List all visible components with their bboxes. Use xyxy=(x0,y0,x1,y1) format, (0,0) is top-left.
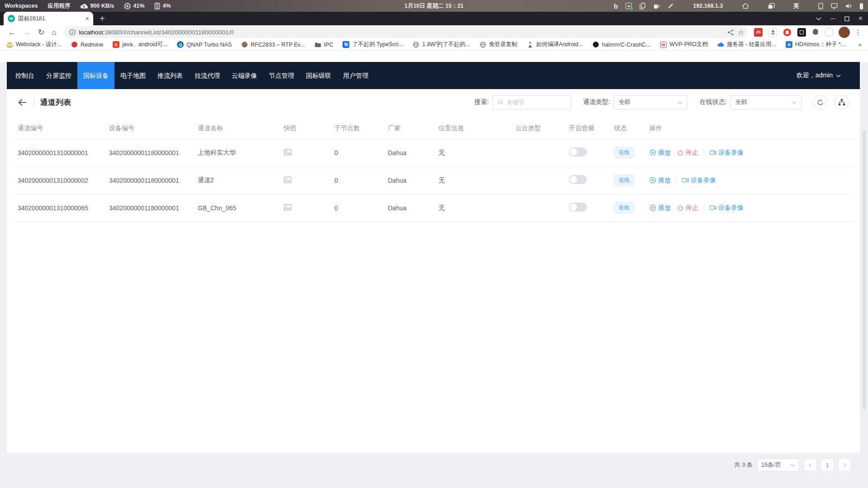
extensions-puzzle-icon[interactable] xyxy=(812,28,819,36)
channel-table-body: 3402000000131000000134020000001180000001… xyxy=(13,139,854,222)
browser-menu-icon[interactable]: ⋮ xyxy=(854,28,862,37)
snapshot-image-icon[interactable] xyxy=(284,176,291,183)
nav-item[interactable]: 拉流代理 xyxy=(189,62,226,89)
bookmark-item[interactable]: WWVP-PRO文档 xyxy=(660,41,708,48)
address-bar[interactable]: localhost:38080/#/channelList/3402000000… xyxy=(64,26,748,38)
bookmark-item[interactable]: hairrrrr/C-CrashC... xyxy=(592,41,650,48)
bookmark-item[interactable]: IPC xyxy=(315,41,334,48)
reload-icon[interactable]: ↻ xyxy=(38,28,44,36)
nav-item[interactable]: 分屏监控 xyxy=(40,62,77,89)
bookmark-item[interactable]: 服务器 - 轻量应用... xyxy=(717,41,776,48)
bookmark-item[interactable]: 1.8W字|了不起的... xyxy=(413,41,470,48)
tab-search-chevron-icon[interactable] xyxy=(816,17,821,20)
current-page-button[interactable]: 1 xyxy=(821,459,834,471)
new-tab-button[interactable]: + xyxy=(100,14,105,24)
network-speed-indicator[interactable]: 900 KB/s xyxy=(80,3,114,9)
prev-page-button[interactable] xyxy=(804,459,816,471)
share-icon[interactable] xyxy=(727,29,734,36)
volume-icon[interactable] xyxy=(845,3,852,9)
play-action-button[interactable]: 播放 xyxy=(649,176,671,185)
ip-address-indicator[interactable]: 192.168.1.3 xyxy=(693,3,723,9)
window-maximize-button[interactable] xyxy=(844,16,849,21)
memory-usage-indicator[interactable]: 4% xyxy=(154,3,171,9)
nav-item[interactable]: 用户管理 xyxy=(337,62,374,89)
stop-action-button[interactable]: 停止 xyxy=(677,149,698,157)
cpu-usage-indicator[interactable]: 41% xyxy=(124,3,144,9)
js-extension-icon[interactable]: JS xyxy=(754,28,763,37)
nav-item[interactable]: 国标级联 xyxy=(300,62,337,89)
device-tree-button[interactable] xyxy=(834,95,849,110)
forward-icon[interactable]: → xyxy=(23,28,31,36)
site-info-icon[interactable] xyxy=(69,29,76,35)
refresh-button[interactable] xyxy=(813,95,828,110)
play-action-button[interactable]: 播放 xyxy=(649,204,671,212)
clock[interactable]: 1月10日 星期二 15：21 xyxy=(405,2,464,10)
stop-action-button[interactable]: 停止 xyxy=(677,204,698,212)
bookmark-item[interactable]: 如何编译Android... xyxy=(527,41,583,48)
online-status-select[interactable]: 全部 xyxy=(730,95,802,109)
window-close-button[interactable]: × xyxy=(858,15,863,22)
profile-avatar[interactable] xyxy=(839,27,850,38)
snapshot-image-icon[interactable] xyxy=(284,149,291,156)
bookmark-item[interactable]: QQNAP Turbo NAS xyxy=(177,41,232,48)
bookmark-item[interactable]: Webstack - 设计... xyxy=(6,41,62,48)
tablet-icon[interactable] xyxy=(818,3,823,9)
applications-button[interactable]: 应用程序 xyxy=(48,2,70,10)
qnap-icon: Q xyxy=(177,41,184,48)
tab-close-icon[interactable]: × xyxy=(86,15,89,22)
next-page-button[interactable] xyxy=(838,459,851,471)
toggle-knob xyxy=(570,148,577,156)
bing-tray-icon[interactable]: b xyxy=(614,3,618,9)
language-indicator[interactable]: 英 xyxy=(794,2,800,10)
display-icon[interactable] xyxy=(831,3,838,9)
snapshot-image-icon[interactable] xyxy=(284,204,291,211)
battery-icon[interactable] xyxy=(859,3,863,9)
nav-item[interactable]: 国标设备 xyxy=(77,62,114,89)
record-action-button[interactable]: 设备录像 xyxy=(710,204,744,212)
adblock-extension-icon[interactable] xyxy=(783,28,792,37)
bookmark-item[interactable]: RFC2833 – RTP Ev... xyxy=(241,41,305,48)
bookmark-item[interactable]: Redmine xyxy=(71,41,103,48)
color-picker-icon[interactable] xyxy=(668,3,674,9)
manufacturer-cell: Dahua xyxy=(383,166,434,194)
nav-item[interactable]: 云端录像 xyxy=(226,62,263,89)
bookmark-item[interactable]: 免登录复制 xyxy=(479,41,517,48)
bookmark-label: WVP-PRO文档 xyxy=(669,41,708,48)
bookmark-item[interactable]: 知了不起的 TypeScri... xyxy=(343,41,403,48)
screenshot-tool-icon[interactable]: A xyxy=(625,3,632,9)
record-action-button[interactable]: 设备录像 xyxy=(682,176,716,185)
home-icon[interactable] xyxy=(742,3,749,9)
clipboard-icon[interactable] xyxy=(639,3,645,9)
browser-tab[interactable]: 国标28181 × xyxy=(4,12,93,25)
channel-type-select[interactable]: 全部 xyxy=(614,95,688,109)
cpu-icon xyxy=(124,3,131,9)
record-action-button[interactable]: 设备录像 xyxy=(710,149,744,157)
browser-home-icon[interactable]: ⌂ xyxy=(52,28,56,36)
bookmark-item[interactable]: NHDAtmos :: 种子 *... xyxy=(786,41,845,48)
audio-toggle[interactable] xyxy=(569,203,587,212)
scrollbar-thumb[interactable] xyxy=(863,131,866,409)
dark-square-extension-icon[interactable] xyxy=(797,28,806,37)
bookmarks-overflow-chevron-icon[interactable]: » xyxy=(858,41,862,48)
bookmark-item[interactable]: Cjava、android可... xyxy=(113,41,167,48)
audio-toggle[interactable] xyxy=(569,147,587,156)
back-icon[interactable]: ← xyxy=(8,28,16,36)
page-back-icon[interactable] xyxy=(18,99,27,106)
search-input[interactable] xyxy=(506,99,566,106)
downloader-extension-icon[interactable] xyxy=(768,28,777,37)
globe-icon xyxy=(479,41,486,48)
workspaces-overview-icon[interactable] xyxy=(768,3,775,9)
bookmark-star-icon[interactable]: ☆ xyxy=(738,28,744,37)
nav-item[interactable]: 节点管理 xyxy=(263,62,300,89)
window-minimize-button[interactable] xyxy=(830,19,835,19)
audio-toggle[interactable] xyxy=(569,175,587,184)
nav-item[interactable]: 电子地图 xyxy=(114,62,152,89)
light-square-extension-icon[interactable] xyxy=(825,28,833,36)
page-size-select[interactable]: 15条/页 xyxy=(757,459,799,471)
user-menu[interactable]: 欢迎，admin xyxy=(796,71,860,80)
nav-item[interactable]: 推流列表 xyxy=(152,62,189,89)
play-action-button[interactable]: 播放 xyxy=(649,149,671,157)
workspaces-button[interactable]: Workspaces xyxy=(5,3,38,9)
nav-item[interactable]: 控制台 xyxy=(10,62,40,89)
coffee-icon[interactable] xyxy=(653,3,660,9)
